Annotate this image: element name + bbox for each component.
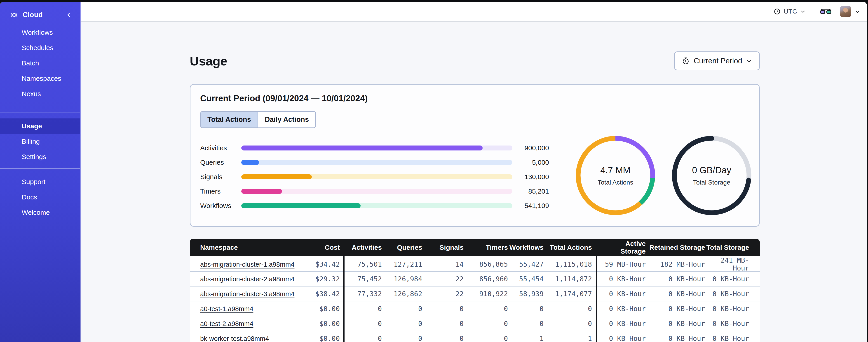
workflows-cell: 55,454	[508, 275, 544, 283]
sidebar-collapse-button[interactable]	[65, 11, 72, 18]
clock-icon	[774, 8, 781, 15]
sidebar-item[interactable]: Nexus	[0, 86, 80, 102]
active-storage-cell: 0 KB-Hour	[601, 335, 646, 342]
sidebar-item[interactable]: Schedules	[0, 40, 80, 56]
cost-cell: $0.00	[298, 335, 340, 342]
bar-row: Queries 5,000	[200, 155, 549, 170]
bar-label: Signals	[200, 173, 241, 181]
active-storage-cell: 0 KB-Hour	[601, 305, 646, 313]
actions-tabs: Total Actions Daily Actions	[200, 111, 316, 128]
avatar[interactable]	[840, 6, 851, 17]
sidebar-nav-main: Workflows Schedules Batch Namespaces Nex…	[0, 25, 80, 102]
bar-label: Activities	[200, 144, 241, 152]
total-actions-donut: 4.7 MM Total Actions	[576, 136, 655, 215]
total-storage-value: 0 GB/Day	[692, 165, 731, 175]
bar-fill	[241, 203, 361, 208]
total-actions-label: Total Actions	[597, 179, 633, 186]
batch-icon	[10, 60, 18, 67]
sidebar-item[interactable]: Batch	[0, 56, 80, 71]
labs-glasses-icon[interactable]	[820, 7, 832, 15]
total-actions-cell: 1	[544, 335, 592, 342]
workflows-cell: 0	[508, 305, 544, 313]
page-header: Usage Current Period	[190, 52, 760, 70]
bar-label: Timers	[200, 187, 241, 195]
sidebar-divider	[0, 168, 80, 169]
namespace-link[interactable]: abs-migration-cluster-1.a98mm4	[200, 261, 294, 268]
activities-cell: 77,332	[348, 290, 382, 298]
total-storage-cell: 0 KB-Hour	[705, 305, 749, 313]
sidebar-item[interactable]: Welcome	[0, 205, 80, 220]
period-select-button[interactable]: Current Period	[674, 52, 760, 70]
sidebar-item[interactable]: Billing	[0, 134, 80, 149]
sidebar-item-label: Welcome	[22, 209, 50, 216]
namespace-usage-table: Namespace Cost Activities Queries Signal…	[190, 239, 760, 342]
column-header: Namespace	[190, 244, 298, 251]
retained-storage-cell: 182 MB-Hour	[646, 260, 705, 268]
active-storage-cell: 0 KB-Hour	[601, 290, 646, 298]
column-header: Activities	[348, 244, 382, 251]
total-storage-cell: 241 MB-Hour	[705, 256, 749, 272]
billing-icon	[10, 138, 18, 145]
bar-value: 85,201	[513, 187, 549, 195]
bar-value: 130,000	[513, 173, 549, 181]
bar-track	[241, 189, 513, 194]
sidebar-item[interactable]: Workflows	[0, 25, 80, 40]
namespace-link[interactable]: a0-test-1.a98mm4	[200, 305, 253, 312]
sidebar-nav-footer: Support Docs Welcome	[0, 174, 80, 220]
retained-storage-cell: 0 KB-Hour	[646, 290, 705, 298]
cost-cell: $0.00	[298, 320, 340, 328]
total-storage-cell: 0 KB-Hour	[705, 320, 749, 328]
queries-cell: 0	[382, 305, 422, 313]
usage-visualizations: Activities 900,000 Queries 5,00	[200, 141, 759, 215]
queries-cell: 126,862	[382, 290, 422, 298]
total-actions-cell: 0	[544, 305, 592, 313]
tab[interactable]: Daily Actions	[258, 112, 315, 128]
sidebar-item-label: Settings	[22, 153, 46, 161]
timers-cell: 0	[464, 305, 508, 313]
timezone-selector[interactable]: UTC	[774, 8, 806, 15]
temporal-logo-icon	[10, 11, 18, 19]
namespace-link[interactable]: abs-migration-cluster-2.a98mm4	[200, 275, 294, 283]
column-header: Total Actions	[544, 244, 592, 251]
schedules-icon	[10, 44, 18, 52]
activities-cell: 0	[348, 305, 382, 313]
timezone-label: UTC	[784, 8, 797, 15]
signals-cell: 14	[422, 260, 464, 268]
sidebar-item[interactable]: Docs	[0, 190, 80, 205]
user-menu-chevron-icon[interactable]	[855, 8, 860, 14]
table-header-row: Namespace Cost Activities Queries Signal…	[190, 239, 760, 256]
signals-cell: 22	[422, 290, 464, 298]
sidebar-item[interactable]: Namespaces	[0, 71, 80, 86]
total-storage-donut: 0 GB/Day Total Storage	[672, 136, 751, 215]
cost-cell: $0.00	[298, 305, 340, 313]
cost-cell: $29.32	[298, 275, 340, 283]
bar-fill	[241, 189, 282, 194]
activities-cell: 0	[348, 320, 382, 328]
table-row: a0-test-1.a98mm4 $0.00 0 0 0 0 0 0 0 KB-…	[190, 301, 760, 316]
sidebar-item[interactable]: Settings	[0, 149, 80, 165]
signals-cell: 0	[422, 305, 464, 313]
bar-row: Activities 900,000	[200, 141, 549, 155]
sidebar: Cloud Workflows Schedules Batch Namespac…	[0, 2, 81, 342]
sidebar-item[interactable]: Support	[0, 174, 80, 190]
sidebar-item[interactable]: Usage	[0, 118, 80, 134]
workflows-cell: 55,427	[508, 260, 544, 268]
docs-icon	[10, 194, 18, 201]
total-storage-cell: 0 KB-Hour	[705, 290, 749, 298]
workflows-cell: 0	[508, 320, 544, 328]
namespace-link[interactable]: abs-migration-cluster-3.a98mm4	[200, 290, 294, 298]
tab-label: Daily Actions	[265, 115, 309, 124]
namespace-link[interactable]: a0-test-2.a98mm4	[200, 320, 253, 327]
sidebar-item-label: Billing	[22, 138, 40, 145]
topbar: UTC	[81, 2, 867, 22]
column-header: Timers	[464, 244, 508, 251]
bar-track	[241, 203, 513, 208]
total-storage-cell: 0 KB-Hour	[705, 335, 749, 342]
queries-cell: 0	[382, 320, 422, 328]
chevron-down-icon	[746, 58, 752, 64]
page-content: Usage Current Period Current Period (09/…	[81, 22, 867, 342]
namespace-link[interactable]: bk-worker-test.a98mm4	[200, 335, 269, 342]
activities-cell: 75,452	[348, 275, 382, 283]
tab[interactable]: Total Actions	[201, 112, 258, 128]
sidebar-item-label: Nexus	[22, 90, 41, 98]
